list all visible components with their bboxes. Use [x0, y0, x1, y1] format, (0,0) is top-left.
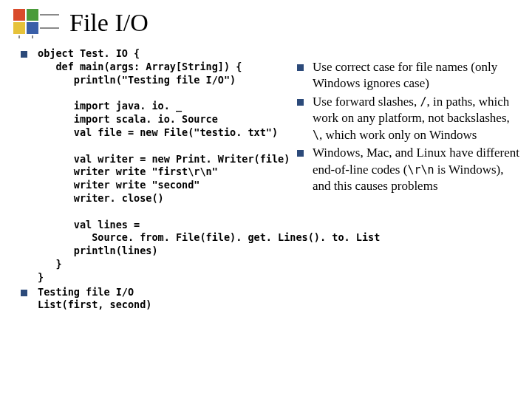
bullet-icon [297, 150, 304, 157]
note-item: Windows, Mac, and Linux have different e… [297, 145, 522, 194]
body-item: Testing file I/O List(first, second) [21, 286, 517, 313]
note-text: Windows, Mac, and Linux have different e… [313, 145, 522, 194]
bullet-icon [297, 99, 304, 106]
slide-title: File I/O [69, 9, 149, 37]
note-item: Use forward slashes, /, in paths, which … [297, 94, 522, 143]
code-block-output: Testing file I/O List(first, second) [38, 286, 151, 313]
note-item: Use correct case for file names (only Wi… [297, 59, 522, 92]
slide-header: File I/O [0, 0, 532, 37]
note-text: Use forward slashes, /, in paths, which … [313, 94, 522, 143]
logo-icon [13, 9, 59, 37]
bullet-icon [297, 64, 304, 71]
notes-column: Use correct case for file names (only Wi… [297, 59, 522, 197]
bullet-icon [21, 290, 27, 296]
note-text: Use correct case for file names (only Wi… [313, 59, 522, 92]
bullet-icon [21, 51, 27, 58]
